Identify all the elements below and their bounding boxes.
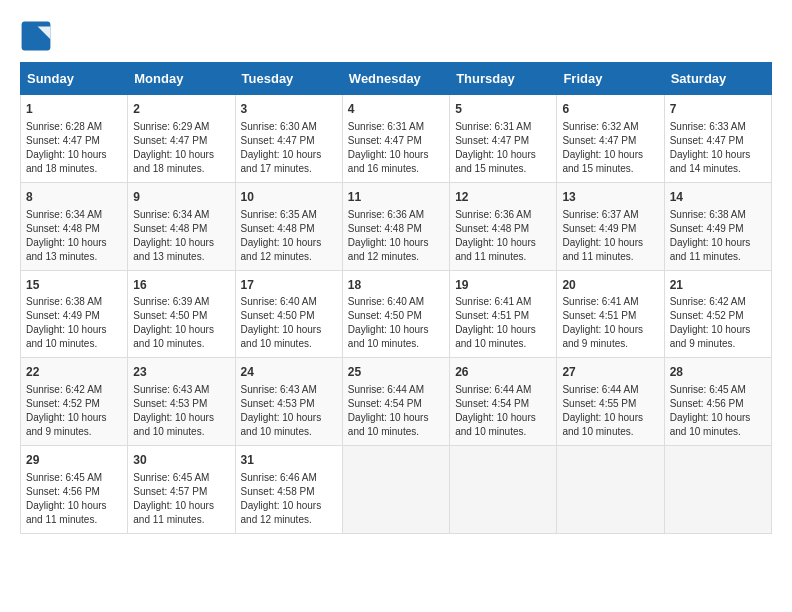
header-monday: Monday: [128, 63, 235, 95]
week-row-5: 29Sunrise: 6:45 AMSunset: 4:56 PMDayligh…: [21, 446, 772, 534]
calendar-cell: 20Sunrise: 6:41 AMSunset: 4:51 PMDayligh…: [557, 270, 664, 358]
calendar-cell: 5Sunrise: 6:31 AMSunset: 4:47 PMDaylight…: [450, 95, 557, 183]
calendar-cell: 8Sunrise: 6:34 AMSunset: 4:48 PMDaylight…: [21, 182, 128, 270]
day-number: 21: [670, 277, 766, 294]
day-number: 11: [348, 189, 444, 206]
day-info: Sunrise: 6:42 AMSunset: 4:52 PMDaylight:…: [670, 295, 766, 351]
day-number: 8: [26, 189, 122, 206]
day-info: Sunrise: 6:34 AMSunset: 4:48 PMDaylight:…: [133, 208, 229, 264]
week-row-1: 1Sunrise: 6:28 AMSunset: 4:47 PMDaylight…: [21, 95, 772, 183]
day-number: 7: [670, 101, 766, 118]
calendar-cell: 31Sunrise: 6:46 AMSunset: 4:58 PMDayligh…: [235, 446, 342, 534]
day-number: 30: [133, 452, 229, 469]
day-number: 16: [133, 277, 229, 294]
day-info: Sunrise: 6:45 AMSunset: 4:56 PMDaylight:…: [670, 383, 766, 439]
calendar-cell: 25Sunrise: 6:44 AMSunset: 4:54 PMDayligh…: [342, 358, 449, 446]
day-info: Sunrise: 6:39 AMSunset: 4:50 PMDaylight:…: [133, 295, 229, 351]
day-info: Sunrise: 6:31 AMSunset: 4:47 PMDaylight:…: [455, 120, 551, 176]
calendar-cell: 13Sunrise: 6:37 AMSunset: 4:49 PMDayligh…: [557, 182, 664, 270]
day-info: Sunrise: 6:32 AMSunset: 4:47 PMDaylight:…: [562, 120, 658, 176]
day-number: 27: [562, 364, 658, 381]
day-number: 20: [562, 277, 658, 294]
calendar-cell: 30Sunrise: 6:45 AMSunset: 4:57 PMDayligh…: [128, 446, 235, 534]
day-info: Sunrise: 6:45 AMSunset: 4:57 PMDaylight:…: [133, 471, 229, 527]
svg-rect-0: [22, 22, 51, 51]
calendar-cell: 15Sunrise: 6:38 AMSunset: 4:49 PMDayligh…: [21, 270, 128, 358]
header-tuesday: Tuesday: [235, 63, 342, 95]
week-row-3: 15Sunrise: 6:38 AMSunset: 4:49 PMDayligh…: [21, 270, 772, 358]
day-info: Sunrise: 6:33 AMSunset: 4:47 PMDaylight:…: [670, 120, 766, 176]
calendar-cell: 3Sunrise: 6:30 AMSunset: 4:47 PMDaylight…: [235, 95, 342, 183]
day-info: Sunrise: 6:34 AMSunset: 4:48 PMDaylight:…: [26, 208, 122, 264]
day-info: Sunrise: 6:44 AMSunset: 4:55 PMDaylight:…: [562, 383, 658, 439]
calendar-cell: 1Sunrise: 6:28 AMSunset: 4:47 PMDaylight…: [21, 95, 128, 183]
calendar-cell: [557, 446, 664, 534]
week-row-4: 22Sunrise: 6:42 AMSunset: 4:52 PMDayligh…: [21, 358, 772, 446]
calendar-table: SundayMondayTuesdayWednesdayThursdayFrid…: [20, 62, 772, 534]
header-wednesday: Wednesday: [342, 63, 449, 95]
day-number: 24: [241, 364, 337, 381]
calendar-cell: 27Sunrise: 6:44 AMSunset: 4:55 PMDayligh…: [557, 358, 664, 446]
day-info: Sunrise: 6:30 AMSunset: 4:47 PMDaylight:…: [241, 120, 337, 176]
calendar-cell: 22Sunrise: 6:42 AMSunset: 4:52 PMDayligh…: [21, 358, 128, 446]
calendar-cell: [450, 446, 557, 534]
header-saturday: Saturday: [664, 63, 771, 95]
day-number: 5: [455, 101, 551, 118]
day-number: 18: [348, 277, 444, 294]
day-number: 13: [562, 189, 658, 206]
calendar-cell: 7Sunrise: 6:33 AMSunset: 4:47 PMDaylight…: [664, 95, 771, 183]
day-info: Sunrise: 6:44 AMSunset: 4:54 PMDaylight:…: [348, 383, 444, 439]
calendar-cell: 23Sunrise: 6:43 AMSunset: 4:53 PMDayligh…: [128, 358, 235, 446]
calendar-cell: 2Sunrise: 6:29 AMSunset: 4:47 PMDaylight…: [128, 95, 235, 183]
day-info: Sunrise: 6:28 AMSunset: 4:47 PMDaylight:…: [26, 120, 122, 176]
calendar-cell: 4Sunrise: 6:31 AMSunset: 4:47 PMDaylight…: [342, 95, 449, 183]
calendar-cell: 10Sunrise: 6:35 AMSunset: 4:48 PMDayligh…: [235, 182, 342, 270]
logo: [20, 20, 56, 52]
page-header: [20, 20, 772, 52]
calendar-cell: 17Sunrise: 6:40 AMSunset: 4:50 PMDayligh…: [235, 270, 342, 358]
day-info: Sunrise: 6:29 AMSunset: 4:47 PMDaylight:…: [133, 120, 229, 176]
day-info: Sunrise: 6:43 AMSunset: 4:53 PMDaylight:…: [133, 383, 229, 439]
day-header-row: SundayMondayTuesdayWednesdayThursdayFrid…: [21, 63, 772, 95]
day-number: 12: [455, 189, 551, 206]
day-info: Sunrise: 6:44 AMSunset: 4:54 PMDaylight:…: [455, 383, 551, 439]
day-info: Sunrise: 6:31 AMSunset: 4:47 PMDaylight:…: [348, 120, 444, 176]
calendar-cell: 24Sunrise: 6:43 AMSunset: 4:53 PMDayligh…: [235, 358, 342, 446]
day-number: 28: [670, 364, 766, 381]
calendar-cell: 11Sunrise: 6:36 AMSunset: 4:48 PMDayligh…: [342, 182, 449, 270]
calendar-cell: 29Sunrise: 6:45 AMSunset: 4:56 PMDayligh…: [21, 446, 128, 534]
calendar-cell: 19Sunrise: 6:41 AMSunset: 4:51 PMDayligh…: [450, 270, 557, 358]
calendar-cell: 14Sunrise: 6:38 AMSunset: 4:49 PMDayligh…: [664, 182, 771, 270]
calendar-cell: 26Sunrise: 6:44 AMSunset: 4:54 PMDayligh…: [450, 358, 557, 446]
day-number: 2: [133, 101, 229, 118]
day-number: 10: [241, 189, 337, 206]
day-number: 9: [133, 189, 229, 206]
day-number: 22: [26, 364, 122, 381]
day-info: Sunrise: 6:41 AMSunset: 4:51 PMDaylight:…: [455, 295, 551, 351]
day-number: 19: [455, 277, 551, 294]
day-info: Sunrise: 6:46 AMSunset: 4:58 PMDaylight:…: [241, 471, 337, 527]
calendar-cell: 6Sunrise: 6:32 AMSunset: 4:47 PMDaylight…: [557, 95, 664, 183]
day-info: Sunrise: 6:37 AMSunset: 4:49 PMDaylight:…: [562, 208, 658, 264]
day-number: 26: [455, 364, 551, 381]
calendar-cell: 12Sunrise: 6:36 AMSunset: 4:48 PMDayligh…: [450, 182, 557, 270]
day-number: 17: [241, 277, 337, 294]
logo-icon: [20, 20, 52, 52]
calendar-cell: 18Sunrise: 6:40 AMSunset: 4:50 PMDayligh…: [342, 270, 449, 358]
day-number: 15: [26, 277, 122, 294]
day-number: 4: [348, 101, 444, 118]
calendar-cell: 16Sunrise: 6:39 AMSunset: 4:50 PMDayligh…: [128, 270, 235, 358]
day-number: 1: [26, 101, 122, 118]
day-info: Sunrise: 6:38 AMSunset: 4:49 PMDaylight:…: [26, 295, 122, 351]
calendar-cell: [664, 446, 771, 534]
day-number: 14: [670, 189, 766, 206]
day-info: Sunrise: 6:43 AMSunset: 4:53 PMDaylight:…: [241, 383, 337, 439]
calendar-cell: 28Sunrise: 6:45 AMSunset: 4:56 PMDayligh…: [664, 358, 771, 446]
day-number: 25: [348, 364, 444, 381]
day-info: Sunrise: 6:38 AMSunset: 4:49 PMDaylight:…: [670, 208, 766, 264]
header-friday: Friday: [557, 63, 664, 95]
day-info: Sunrise: 6:41 AMSunset: 4:51 PMDaylight:…: [562, 295, 658, 351]
day-info: Sunrise: 6:42 AMSunset: 4:52 PMDaylight:…: [26, 383, 122, 439]
day-info: Sunrise: 6:36 AMSunset: 4:48 PMDaylight:…: [455, 208, 551, 264]
day-info: Sunrise: 6:40 AMSunset: 4:50 PMDaylight:…: [241, 295, 337, 351]
